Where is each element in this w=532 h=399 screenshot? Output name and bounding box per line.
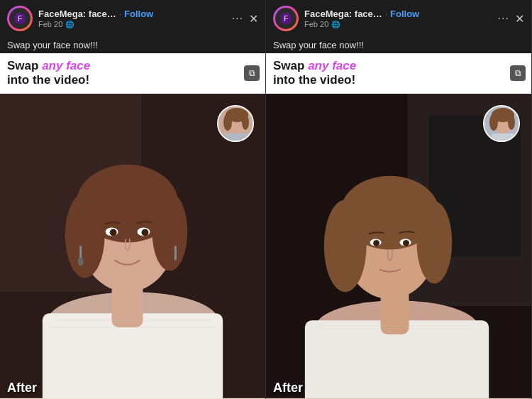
svg-point-10 — [65, 192, 105, 278]
video-area-left[interactable]: After — [0, 94, 265, 399]
page-name-left[interactable]: FaceMega: faceswap c... — [38, 9, 116, 19]
face-thumbnail-right — [483, 105, 520, 142]
header-top-row-right: FaceMega: faceswap c... · Follow — [304, 9, 492, 19]
post-card-right: F FaceMega: faceswap c... · Follow Feb 2… — [266, 0, 532, 399]
header-info-left: FaceMega: faceswap c... · Follow Feb 20 … — [38, 9, 226, 28]
banner-prefix-left: Swap — [7, 59, 42, 72]
avatar-right[interactable]: F — [273, 6, 299, 31]
avatar-left[interactable]: F — [7, 6, 33, 31]
svg-point-24 — [223, 114, 232, 131]
header-actions-left: ··· ✕ — [232, 12, 258, 26]
face-display-right: After — [266, 94, 531, 399]
banner-row2-left: into the video! — [7, 73, 89, 87]
svg-point-17 — [78, 257, 84, 266]
svg-point-42 — [403, 240, 409, 246]
close-button-right[interactable]: ✕ — [515, 12, 524, 26]
follow-button-right[interactable]: Follow — [390, 9, 419, 19]
svg-point-25 — [242, 114, 249, 130]
header-bottom-row-right: Feb 20 🌐 — [304, 20, 492, 28]
svg-point-37 — [324, 200, 367, 292]
video-area-right[interactable]: After — [266, 94, 531, 399]
face-display-left: After — [0, 94, 265, 399]
svg-point-48 — [508, 114, 515, 130]
post-card-left: F FaceMega: faceswap c... · Follow Feb 2… — [0, 0, 266, 399]
post-media-left: Swap any face into the video! ⧉ — [0, 53, 265, 399]
banner-highlight-left: any face — [42, 59, 90, 72]
copy-icon-right[interactable]: ⧉ — [510, 65, 526, 81]
header-info-right: FaceMega: faceswap c... · Follow Feb 20 … — [304, 9, 492, 28]
face-thumbnail-left — [217, 105, 254, 142]
post-header-left: F FaceMega: faceswap c... · Follow Feb 2… — [0, 0, 265, 35]
media-banner-left: Swap any face into the video! ⧉ — [0, 53, 265, 94]
banner-row2-right: into the video! — [273, 73, 355, 87]
follow-button-left[interactable]: Follow — [124, 9, 153, 19]
svg-text:F: F — [284, 15, 288, 23]
svg-point-38 — [416, 201, 452, 283]
avatar-icon-left: F — [9, 8, 31, 29]
post-header-right: F FaceMega: faceswap c... · Follow Feb 2… — [266, 0, 531, 35]
more-button-left[interactable]: ··· — [232, 12, 243, 25]
post-date-right: Feb 20 — [304, 20, 328, 28]
more-button-right[interactable]: ··· — [498, 12, 509, 25]
dot-right: · — [385, 10, 387, 18]
media-banner-right: Swap any face into the video! ⧉ — [266, 53, 531, 94]
svg-point-14 — [110, 229, 117, 236]
dot-left: · — [119, 10, 121, 18]
after-label-right: After — [273, 381, 303, 395]
globe-icon-left: 🌐 — [65, 21, 74, 28]
page-name-right[interactable]: FaceMega: faceswap c... — [304, 9, 382, 19]
header-bottom-row-left: Feb 20 🌐 — [38, 20, 226, 28]
banner-row1-left: Swap any face — [7, 59, 90, 73]
svg-point-15 — [141, 229, 148, 236]
avatar-icon-right: F — [275, 8, 297, 29]
banner-highlight-right: any face — [308, 59, 356, 72]
banner-prefix-right: Swap — [273, 59, 308, 72]
post-date-left: Feb 20 — [38, 20, 62, 28]
svg-point-41 — [373, 240, 379, 246]
post-media-right: Swap any face into the video! ⧉ — [266, 53, 531, 399]
svg-point-11 — [152, 192, 187, 270]
close-button-left[interactable]: ✕ — [249, 12, 258, 26]
globe-icon-right: 🌐 — [331, 21, 340, 28]
svg-text:F: F — [18, 15, 22, 23]
header-top-row-left: FaceMega: faceswap c... · Follow — [38, 9, 226, 19]
post-caption-right: Swap your face now!!! — [266, 35, 531, 53]
post-caption-left: Swap your face now!!! — [0, 35, 265, 53]
copy-icon-left[interactable]: ⧉ — [244, 65, 260, 81]
banner-row1-right: Swap any face — [273, 59, 356, 73]
svg-point-47 — [489, 114, 498, 131]
after-label-left: After — [7, 381, 37, 395]
header-actions-right: ··· ✕ — [498, 12, 524, 26]
